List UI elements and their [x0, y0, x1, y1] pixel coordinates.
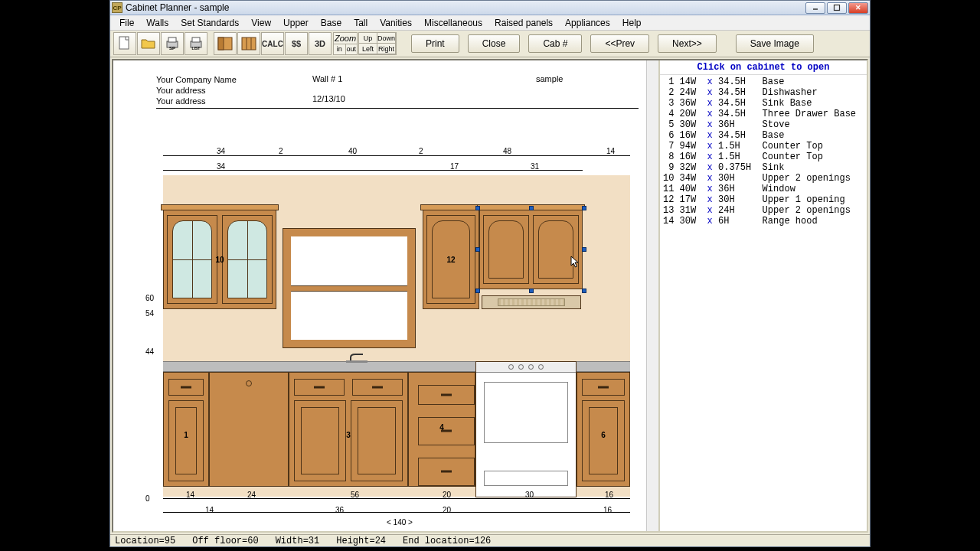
address-1: Your address	[156, 85, 237, 96]
print-list-icon[interactable]: LIST	[185, 32, 207, 55]
status-width: Width=31	[276, 536, 320, 546]
dimension-label: 48	[503, 147, 511, 155]
svg-rect-7	[192, 37, 200, 42]
cabinet-10[interactable]: 10	[163, 210, 276, 309]
dim-line-top2	[163, 170, 583, 171]
svg-rect-4	[168, 37, 176, 42]
menu-view[interactable]: View	[245, 16, 277, 30]
next-button[interactable]: Next>>	[658, 34, 717, 53]
zoom-label: Zoom	[334, 33, 357, 44]
price-button[interactable]: $$	[285, 32, 308, 55]
canvas-scrollbar[interactable]	[646, 60, 658, 531]
dimension-label: 16	[603, 506, 612, 514]
dimension-label: 2	[419, 147, 423, 155]
dimension-label: 24	[247, 491, 256, 499]
cabnum-button[interactable]: Cab #	[528, 34, 582, 53]
app-window: CP Cabinet Planner - sample ✕ File Walls…	[109, 0, 871, 547]
faucet-icon	[343, 351, 374, 364]
menu-vanities[interactable]: Vanities	[374, 16, 418, 30]
cabinet-4[interactable]: 4	[408, 372, 475, 487]
dimension-label: 56	[351, 491, 359, 499]
save-image-button[interactable]: Save Image	[736, 34, 814, 53]
close-button[interactable]: ✕	[848, 2, 868, 14]
dimension-label: 16	[605, 491, 613, 499]
status-location: Location=95	[115, 536, 175, 546]
zoom-out[interactable]: out	[346, 44, 358, 55]
header-sample: sample	[536, 74, 563, 83]
print-button[interactable]: Print	[411, 34, 459, 53]
prev-button[interactable]: <<Prev	[590, 34, 649, 53]
dimension-label: 54	[145, 309, 154, 318]
stove-5[interactable]	[475, 361, 577, 497]
layout1-icon[interactable]	[214, 32, 237, 55]
menu-set-standards[interactable]: Set Standards	[175, 16, 245, 30]
cabinet-12[interactable]: 12	[423, 210, 479, 309]
status-bar: Location=95 Off floor=60 Width=31 Height…	[110, 534, 870, 546]
dimension-label: 14	[606, 147, 615, 155]
window-sash	[291, 285, 407, 292]
app-icon: CP	[112, 2, 122, 13]
menu-file[interactable]: File	[113, 16, 140, 30]
vent-icon	[498, 298, 565, 306]
maximize-button[interactable]	[827, 2, 847, 14]
threeD-button[interactable]: 3D	[309, 32, 332, 55]
dimension-label: 20	[443, 491, 451, 499]
dimension-label: 30	[525, 491, 534, 499]
pan-down[interactable]: Down	[377, 32, 396, 44]
range-hood-14[interactable]	[482, 295, 581, 309]
new-doc-icon[interactable]	[113, 32, 136, 55]
header-rule	[156, 108, 639, 109]
content-area: Your Company Name Your address Your addr…	[112, 59, 868, 533]
dimension-label: 36	[335, 506, 344, 514]
dimension-label: 20	[443, 506, 451, 514]
pan-group: UpDown LeftRight	[358, 32, 397, 55]
menu-walls[interactable]: Walls	[140, 16, 175, 30]
crown-icon	[161, 204, 279, 210]
cabinet-13[interactable]	[479, 210, 583, 289]
minimize-button[interactable]	[805, 2, 825, 14]
header-wall: Wall # 1 12/13/10	[312, 74, 345, 103]
dim-line-bot1	[163, 498, 630, 499]
menu-raised-panels[interactable]: Raised panels	[488, 16, 559, 30]
menu-base[interactable]: Base	[315, 16, 348, 30]
dishwasher-knob-icon	[246, 380, 252, 386]
svg-text:SP: SP	[169, 46, 175, 51]
svg-rect-10	[218, 37, 224, 50]
cabinet-3[interactable]: 3	[289, 372, 408, 487]
dishwasher-2[interactable]	[209, 372, 289, 487]
open-icon[interactable]	[137, 32, 160, 55]
crown-icon	[420, 204, 482, 210]
dim-line-top1	[163, 155, 630, 156]
layout2-icon[interactable]	[237, 32, 260, 55]
cabinet-6[interactable]: 6	[577, 372, 630, 487]
pan-left[interactable]: Left	[358, 43, 377, 54]
drawing-canvas[interactable]: Your Company Name Your address Your addr…	[113, 60, 658, 531]
svg-rect-2	[119, 37, 129, 49]
dimension-label: 60	[145, 294, 154, 302]
close-doc-button[interactable]: Close	[468, 34, 521, 53]
menu-help[interactable]: Help	[616, 16, 648, 30]
calc-button[interactable]: CALC	[261, 32, 284, 55]
cabinet-1[interactable]: 1	[163, 372, 209, 487]
menu-misc[interactable]: Miscellaneous	[418, 16, 488, 30]
dimension-label: 44	[145, 347, 154, 356]
pan-right[interactable]: Right	[377, 43, 396, 54]
cabinet-listing[interactable]: 1 14W x 34.5H Base 2 24W x 34.5H Dishwas…	[660, 75, 867, 531]
pan-up[interactable]: Up	[358, 32, 377, 44]
menu-appliances[interactable]: Appliances	[559, 16, 616, 30]
print-sp-icon[interactable]: SP	[161, 32, 184, 55]
status-off-floor: Off floor=60	[192, 536, 258, 546]
total-width: < 140 >	[387, 518, 413, 527]
stove-drawer	[484, 471, 568, 486]
svg-text:LIST: LIST	[192, 46, 201, 51]
window-11[interactable]	[283, 229, 415, 347]
menu-tall[interactable]: Tall	[348, 16, 374, 30]
menu-upper[interactable]: Upper	[277, 16, 315, 30]
dimension-label: 31	[531, 162, 539, 171]
svg-rect-1	[835, 5, 840, 11]
address-2: Your address	[156, 96, 237, 106]
dimension-label: 17	[450, 162, 459, 171]
zoom-group: Zoom inout	[333, 32, 358, 55]
crown-icon	[477, 204, 585, 210]
zoom-in[interactable]: in	[334, 44, 346, 55]
